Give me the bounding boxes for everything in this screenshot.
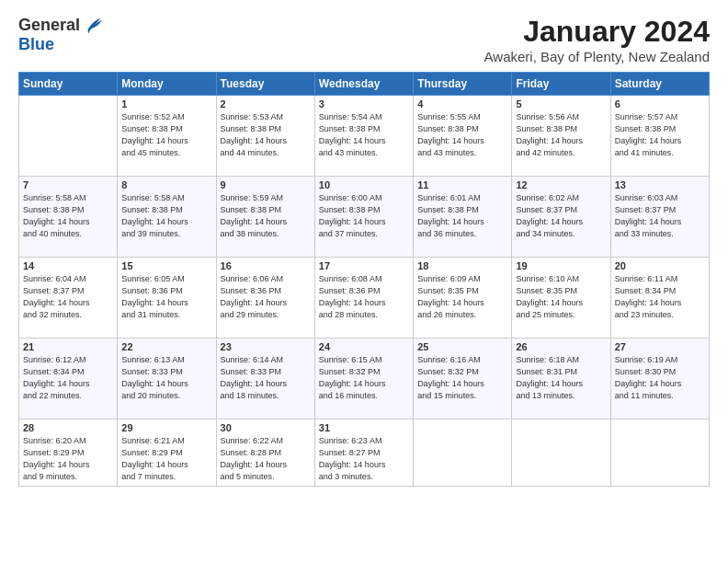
day-number: 4 [417,98,507,109]
day-number: 17 [319,260,409,271]
table-row: 30Sunrise: 6:22 AM Sunset: 8:28 PM Dayli… [216,419,314,487]
day-info: Sunrise: 6:23 AM Sunset: 8:27 PM Dayligh… [319,435,409,483]
day-info: Sunrise: 6:00 AM Sunset: 8:38 PM Dayligh… [319,192,409,240]
day-info: Sunrise: 6:08 AM Sunset: 8:36 PM Dayligh… [319,273,409,321]
logo-bird-icon [82,15,102,35]
day-number: 29 [121,422,211,433]
day-info: Sunrise: 6:13 AM Sunset: 8:33 PM Dayligh… [121,354,211,402]
day-number: 3 [319,98,409,109]
table-row: 24Sunrise: 6:15 AM Sunset: 8:32 PM Dayli… [314,339,413,419]
day-number: 20 [615,260,705,271]
day-number: 12 [516,179,606,190]
day-info: Sunrise: 6:09 AM Sunset: 8:35 PM Dayligh… [417,273,507,321]
table-row: 25Sunrise: 6:16 AM Sunset: 8:32 PM Dayli… [414,339,512,419]
day-info: Sunrise: 6:18 AM Sunset: 8:31 PM Dayligh… [516,354,606,402]
day-info: Sunrise: 6:20 AM Sunset: 8:29 PM Dayligh… [23,435,113,483]
day-info: Sunrise: 6:01 AM Sunset: 8:38 PM Dayligh… [417,192,507,240]
day-number: 16 [221,260,311,271]
day-number: 13 [615,179,705,190]
table-row: 19Sunrise: 6:10 AM Sunset: 8:35 PM Dayli… [512,258,610,339]
table-row: 4Sunrise: 5:55 AM Sunset: 8:38 PM Daylig… [414,96,512,177]
day-number: 26 [516,341,606,352]
table-row: 17Sunrise: 6:08 AM Sunset: 8:36 PM Dayli… [314,258,413,339]
day-number: 24 [319,341,409,352]
table-row [610,419,709,487]
table-row: 22Sunrise: 6:13 AM Sunset: 8:33 PM Dayli… [118,339,216,419]
day-number: 2 [221,98,311,109]
day-number: 22 [121,341,211,352]
table-row: 15Sunrise: 6:05 AM Sunset: 8:36 PM Dayli… [118,258,216,339]
calendar-row: 7Sunrise: 5:58 AM Sunset: 8:38 PM Daylig… [19,177,710,258]
table-row: 29Sunrise: 6:21 AM Sunset: 8:29 PM Dayli… [118,419,216,487]
day-number: 28 [23,422,113,433]
day-number: 11 [417,179,507,190]
day-info: Sunrise: 6:06 AM Sunset: 8:36 PM Dayligh… [221,273,311,321]
table-row: 26Sunrise: 6:18 AM Sunset: 8:31 PM Dayli… [512,339,610,419]
table-row: 27Sunrise: 6:19 AM Sunset: 8:30 PM Dayli… [610,339,709,419]
calendar-header-row: Sunday Monday Tuesday Wednesday Thursday… [19,73,710,96]
col-monday: Monday [118,73,216,96]
day-info: Sunrise: 5:53 AM Sunset: 8:38 PM Dayligh… [221,111,311,159]
day-info: Sunrise: 6:14 AM Sunset: 8:33 PM Dayligh… [221,354,311,402]
day-info: Sunrise: 6:03 AM Sunset: 8:37 PM Dayligh… [615,192,705,240]
day-info: Sunrise: 5:54 AM Sunset: 8:38 PM Dayligh… [319,111,409,159]
table-row: 20Sunrise: 6:11 AM Sunset: 8:34 PM Dayli… [610,258,709,339]
day-number: 10 [319,179,409,190]
day-info: Sunrise: 5:56 AM Sunset: 8:38 PM Dayligh… [516,111,606,159]
calendar-row: 28Sunrise: 6:20 AM Sunset: 8:29 PM Dayli… [19,419,710,487]
day-number: 30 [221,422,311,433]
col-saturday: Saturday [610,73,709,96]
table-row [19,96,118,177]
table-row: 21Sunrise: 6:12 AM Sunset: 8:34 PM Dayli… [19,339,118,419]
col-tuesday: Tuesday [216,73,314,96]
day-number: 1 [121,98,211,109]
day-info: Sunrise: 5:55 AM Sunset: 8:38 PM Dayligh… [417,111,507,159]
logo: General Blue [18,15,102,54]
subtitle: Awakeri, Bay of Plenty, New Zealand [484,49,710,64]
table-row: 6Sunrise: 5:57 AM Sunset: 8:38 PM Daylig… [610,96,709,177]
table-row: 13Sunrise: 6:03 AM Sunset: 8:37 PM Dayli… [610,177,709,258]
table-row: 8Sunrise: 5:58 AM Sunset: 8:38 PM Daylig… [118,177,216,258]
table-row: 11Sunrise: 6:01 AM Sunset: 8:38 PM Dayli… [414,177,512,258]
day-info: Sunrise: 6:12 AM Sunset: 8:34 PM Dayligh… [23,354,113,402]
day-number: 18 [417,260,507,271]
day-number: 23 [221,341,311,352]
table-row: 12Sunrise: 6:02 AM Sunset: 8:37 PM Dayli… [512,177,610,258]
table-row: 1Sunrise: 5:52 AM Sunset: 8:38 PM Daylig… [118,96,216,177]
day-number: 6 [615,98,705,109]
table-row: 10Sunrise: 6:00 AM Sunset: 8:38 PM Dayli… [314,177,413,258]
col-wednesday: Wednesday [314,73,413,96]
day-number: 5 [516,98,606,109]
header: General Blue January 2024 Awakeri, Bay o… [18,15,710,64]
day-number: 25 [417,341,507,352]
day-info: Sunrise: 5:52 AM Sunset: 8:38 PM Dayligh… [121,111,211,159]
day-number: 9 [221,179,311,190]
day-number: 27 [615,341,705,352]
day-info: Sunrise: 6:05 AM Sunset: 8:36 PM Dayligh… [121,273,211,321]
logo-blue-text: Blue [18,35,54,54]
day-info: Sunrise: 6:21 AM Sunset: 8:29 PM Dayligh… [121,435,211,483]
day-number: 7 [23,179,113,190]
table-row [512,419,610,487]
main-title: January 2024 [484,15,710,49]
table-row: 14Sunrise: 6:04 AM Sunset: 8:37 PM Dayli… [19,258,118,339]
table-row: 3Sunrise: 5:54 AM Sunset: 8:38 PM Daylig… [314,96,413,177]
day-number: 19 [516,260,606,271]
calendar-row: 1Sunrise: 5:52 AM Sunset: 8:38 PM Daylig… [19,96,710,177]
table-row: 7Sunrise: 5:58 AM Sunset: 8:38 PM Daylig… [19,177,118,258]
day-info: Sunrise: 6:04 AM Sunset: 8:37 PM Dayligh… [23,273,113,321]
col-sunday: Sunday [19,73,118,96]
day-info: Sunrise: 5:58 AM Sunset: 8:38 PM Dayligh… [23,192,113,240]
day-number: 8 [121,179,211,190]
title-section: January 2024 Awakeri, Bay of Plenty, New… [484,15,710,64]
day-info: Sunrise: 6:10 AM Sunset: 8:35 PM Dayligh… [516,273,606,321]
page: General Blue January 2024 Awakeri, Bay o… [0,0,728,563]
col-friday: Friday [512,73,610,96]
day-info: Sunrise: 6:16 AM Sunset: 8:32 PM Dayligh… [417,354,507,402]
calendar-table: Sunday Monday Tuesday Wednesday Thursday… [18,72,710,487]
calendar-row: 14Sunrise: 6:04 AM Sunset: 8:37 PM Dayli… [19,258,710,339]
table-row: 23Sunrise: 6:14 AM Sunset: 8:33 PM Dayli… [216,339,314,419]
calendar-row: 21Sunrise: 6:12 AM Sunset: 8:34 PM Dayli… [19,339,710,419]
day-number: 15 [121,260,211,271]
logo-general-text: General [18,16,80,35]
